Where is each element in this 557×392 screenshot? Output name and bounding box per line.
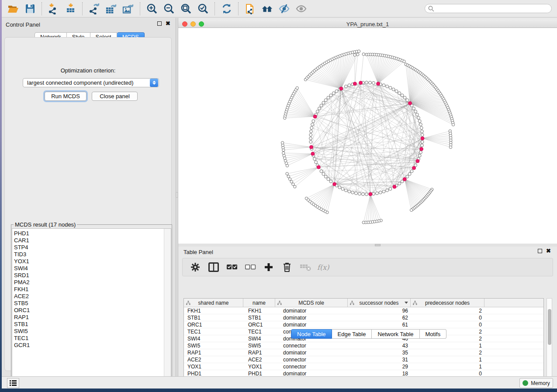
column-header-name[interactable]: name — [243, 299, 275, 307]
list-item[interactable]: SWI4 — [14, 265, 171, 272]
ring-node[interactable] — [372, 82, 375, 85]
ring-node[interactable] — [376, 192, 379, 195]
ring-node[interactable] — [348, 190, 351, 193]
ring-node[interactable] — [309, 141, 312, 144]
mcds-hub-node[interactable] — [333, 182, 336, 186]
close-panel-icon[interactable]: ✖ — [166, 21, 170, 26]
column-header-predecessor-nodes[interactable]: predecessor nodes — [411, 299, 484, 307]
leaf-node[interactable] — [290, 180, 293, 183]
ring-node[interactable] — [406, 99, 409, 102]
leaf-node[interactable] — [294, 186, 296, 188]
ring-node[interactable] — [421, 141, 424, 144]
list-item[interactable]: PHD1 — [14, 230, 171, 237]
ring-node[interactable] — [318, 107, 321, 110]
leaf-node[interactable] — [356, 53, 359, 56]
mcds-list-scrollbar[interactable] — [164, 229, 171, 381]
list-item[interactable]: ORC1 — [14, 307, 171, 314]
mcds-hub-node[interactable] — [339, 87, 343, 90]
mcds-hub-node[interactable] — [403, 178, 406, 181]
ring-node[interactable] — [372, 193, 375, 196]
task-history-button[interactable] — [7, 378, 19, 388]
select-all-rows-icon[interactable] — [225, 261, 239, 274]
export-image-icon[interactable] — [122, 3, 134, 15]
leaf-node[interactable] — [353, 54, 356, 56]
table-row[interactable]: YOX1YOX1connector291 — [184, 363, 543, 370]
ring-node[interactable] — [322, 101, 325, 104]
ring-node[interactable] — [401, 94, 404, 97]
ring-node[interactable] — [419, 123, 422, 126]
column-header-MCDS-role[interactable]: MCDS role — [275, 299, 348, 307]
zoom-in-icon[interactable] — [146, 3, 158, 15]
tab-network-table[interactable]: Network Table — [372, 329, 419, 339]
ring-node[interactable] — [386, 85, 389, 88]
close-panel-button[interactable]: Close panel — [92, 92, 138, 101]
ring-node[interactable] — [408, 172, 411, 175]
mcds-hub-node[interactable] — [369, 193, 372, 196]
ring-node[interactable] — [329, 180, 332, 183]
ring-node[interactable] — [419, 151, 422, 154]
optimization-criterion-select[interactable]: largest connected component (undirected) — [23, 78, 159, 87]
ring-node[interactable] — [324, 99, 327, 102]
ring-node[interactable] — [327, 178, 330, 181]
network-window-titlebar[interactable]: YPA_prune.txt_1 — [178, 20, 557, 28]
ring-node[interactable] — [418, 154, 421, 157]
ring-node[interactable] — [365, 81, 368, 84]
ring-node[interactable] — [355, 192, 358, 195]
leaf-node[interactable] — [284, 157, 286, 159]
search-input[interactable] — [425, 4, 552, 13]
ring-node[interactable] — [421, 144, 424, 147]
table-row[interactable]: ACE2ACE2connector311 — [184, 356, 543, 363]
column-header-successor-nodes[interactable]: successor nodes — [348, 299, 411, 307]
network-view-canvas[interactable] — [178, 28, 557, 244]
mcds-hub-node[interactable] — [412, 166, 416, 170]
ring-node[interactable] — [324, 175, 327, 178]
leaf-node[interactable] — [287, 175, 290, 178]
mcds-hub-node[interactable] — [359, 81, 363, 85]
leaf-node[interactable] — [288, 178, 291, 180]
ring-node[interactable] — [327, 96, 330, 99]
leaf-node[interactable] — [292, 183, 294, 186]
leaf-node[interactable] — [296, 86, 298, 89]
save-session-icon[interactable] — [24, 3, 36, 15]
table-scrollbar[interactable] — [547, 298, 552, 380]
ring-node[interactable] — [421, 134, 424, 137]
new-network-from-selection-icon[interactable] — [244, 3, 256, 15]
ring-node[interactable] — [310, 130, 313, 133]
mcds-hub-node[interactable] — [408, 101, 412, 105]
ring-node[interactable] — [344, 85, 347, 88]
mcds-hub-node[interactable] — [353, 82, 356, 86]
ring-node[interactable] — [369, 81, 372, 84]
leaf-node[interactable] — [362, 221, 365, 224]
delete-column-trash-icon[interactable] — [280, 261, 294, 274]
ring-node[interactable] — [398, 92, 401, 95]
apply-layout-icon[interactable] — [221, 3, 232, 15]
column-header-shared-name[interactable]: shared name — [184, 299, 243, 307]
ring-node[interactable] — [395, 90, 398, 93]
list-item[interactable]: TEC1 — [14, 335, 171, 342]
mcds-hub-node[interactable] — [377, 82, 380, 86]
ring-node[interactable] — [320, 170, 323, 173]
ring-node[interactable] — [309, 134, 312, 137]
first-neighbors-icon[interactable] — [261, 3, 273, 15]
list-item[interactable]: TID3 — [14, 251, 171, 258]
tab-node-table[interactable]: Node Table — [291, 329, 332, 339]
leaf-node[interactable] — [357, 50, 360, 52]
zoom-fit-icon[interactable] — [180, 3, 192, 15]
ring-node[interactable] — [382, 84, 385, 87]
list-item[interactable]: STB1 — [14, 321, 171, 328]
tab-motifs[interactable]: Motifs — [420, 329, 447, 339]
scrollbar-thumb[interactable] — [548, 309, 551, 345]
ring-node[interactable] — [312, 120, 315, 123]
list-item[interactable]: PMA2 — [14, 279, 171, 286]
leaf-node[interactable] — [362, 53, 365, 55]
import-network-icon[interactable] — [48, 3, 59, 15]
leaf-node[interactable] — [283, 154, 285, 157]
memory-button[interactable]: Memory — [519, 378, 553, 388]
ring-node[interactable] — [421, 130, 424, 133]
ring-node[interactable] — [311, 123, 314, 126]
ring-node[interactable] — [414, 110, 417, 113]
run-mcds-button[interactable]: Run MCDS — [45, 92, 86, 101]
ring-node[interactable] — [417, 116, 420, 119]
leaf-node[interactable] — [452, 123, 454, 126]
mcds-hub-node[interactable] — [310, 145, 313, 149]
